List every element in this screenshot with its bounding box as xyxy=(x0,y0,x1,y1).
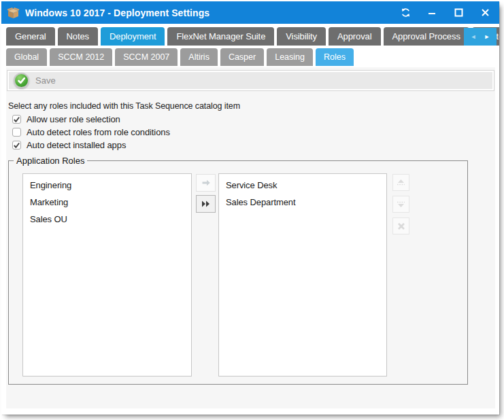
list-item[interactable]: Enginering xyxy=(23,177,191,194)
tab-global[interactable]: Global xyxy=(6,48,47,66)
refresh-icon xyxy=(401,7,411,18)
move-all-right-button[interactable] xyxy=(196,195,216,213)
tab-general[interactable]: General xyxy=(6,27,55,46)
titlebar[interactable]: Windows 10 2017 - Deployment Settings xyxy=(1,1,499,24)
tab-deployment[interactable]: Deployment xyxy=(101,27,165,46)
auto-detect-roles-checkbox[interactable] xyxy=(12,128,21,137)
arrow-up-icon xyxy=(395,177,407,188)
list-action-buttons-column xyxy=(392,173,409,234)
minimize-button[interactable] xyxy=(424,5,439,20)
refresh-button[interactable] xyxy=(398,5,413,20)
auto-detect-installed-apps-checkbox[interactable] xyxy=(12,141,21,150)
close-button[interactable] xyxy=(477,5,492,20)
save-button-label: Save xyxy=(35,75,56,86)
list-item[interactable]: Service Desk xyxy=(219,177,386,194)
checkbox-row: Auto detect roles from role conditions xyxy=(12,128,495,137)
tab-flexnet-manager-suite[interactable]: FlexNet Manager Suite xyxy=(167,27,274,46)
tab-altiris[interactable]: Altiris xyxy=(180,48,218,66)
move-right-button[interactable] xyxy=(196,174,216,192)
tab-visibility[interactable]: Visibility xyxy=(277,27,326,46)
tab-approval-process[interactable]: Approval Process xyxy=(384,27,469,46)
window-title: Windows 10 2017 - Deployment Settings xyxy=(25,7,209,18)
application-roles-legend: Application Roles xyxy=(14,156,87,166)
save-button[interactable]: Save xyxy=(7,70,494,91)
maximize-button[interactable] xyxy=(451,5,466,20)
minimize-icon xyxy=(428,9,436,17)
move-up-button[interactable] xyxy=(392,174,409,191)
checkbox-row: Allow user role selection xyxy=(12,115,495,124)
arrow-down-icon xyxy=(395,199,407,209)
catalog-item-box-icon xyxy=(7,6,20,19)
list-item[interactable]: Sales Department xyxy=(219,194,386,211)
checkmark-icon xyxy=(13,141,20,150)
deployment-settings-window: Windows 10 2017 - Deployment Settings xyxy=(1,1,499,415)
primary-tab-strip: General Notes Deployment FlexNet Manager… xyxy=(1,24,499,46)
tab-leasing[interactable]: Leasing xyxy=(267,48,313,66)
tab-casper[interactable]: Casper xyxy=(220,48,264,66)
double-arrow-right-icon xyxy=(201,199,211,209)
move-down-button[interactable] xyxy=(392,196,409,213)
allow-user-role-selection-checkbox[interactable] xyxy=(12,115,21,124)
checkbox-row: Auto detect installed apps xyxy=(12,141,495,150)
tab-notes[interactable]: Notes xyxy=(58,27,98,46)
application-roles-group: Application Roles Enginering Marketing S… xyxy=(8,156,468,385)
move-buttons-column xyxy=(196,173,216,213)
roles-instruction-text: Select any roles included with this Task… xyxy=(8,101,495,111)
list-item[interactable]: Marketing xyxy=(23,194,191,211)
save-check-icon xyxy=(14,73,29,88)
delete-x-icon xyxy=(397,222,406,231)
tab-sccm-2007[interactable]: SCCM 2007 xyxy=(115,48,178,66)
roles-tab-panel: Save Select any roles included with this… xyxy=(6,67,495,408)
arrow-right-icon xyxy=(201,177,212,188)
tab-approval[interactable]: Approval xyxy=(329,27,381,46)
checkbox-label: Allow user role selection xyxy=(27,114,120,124)
tab-strip-scroller: ◄ ► xyxy=(464,28,497,46)
close-icon xyxy=(481,8,490,17)
delete-role-button[interactable] xyxy=(392,217,409,234)
checkbox-label: Auto detect roles from role conditions xyxy=(27,127,170,137)
list-item[interactable]: Sales OU xyxy=(23,211,191,228)
scroll-tabs-left-icon[interactable]: ◄ xyxy=(471,33,477,40)
selected-roles-list[interactable]: Service Desk Sales Department xyxy=(218,173,387,377)
maximize-icon xyxy=(454,8,463,17)
scroll-tabs-right-icon[interactable]: ► xyxy=(484,33,490,40)
checkmark-icon xyxy=(13,116,20,124)
secondary-tab-strip: Global SCCM 2012 SCCM 2007 Altiris Caspe… xyxy=(1,46,499,66)
tab-sccm-2012[interactable]: SCCM 2012 xyxy=(50,48,112,66)
checkbox-label: Auto detect installed apps xyxy=(27,140,126,150)
available-roles-list[interactable]: Enginering Marketing Sales OU xyxy=(22,173,192,377)
tab-roles[interactable]: Roles xyxy=(316,48,354,66)
